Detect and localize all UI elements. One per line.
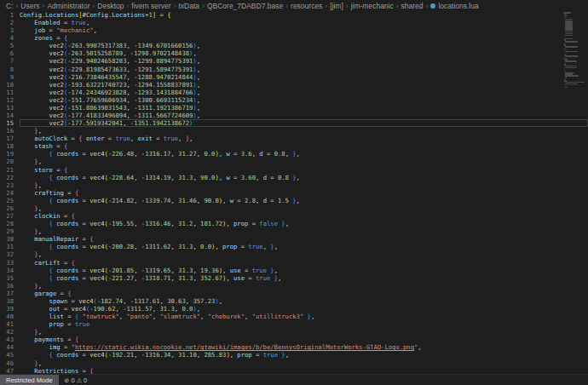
code-line[interactable]: 19 { coords = vec4(-226.48, -1316.17, 31… — [0, 150, 588, 158]
code-line[interactable]: 25 { coords = vec4(-214.82, -1339.74, 31… — [0, 197, 588, 204]
code-line[interactable]: 14 vec2(-177.41833496094, -1311.56677246… — [0, 112, 588, 119]
line-number[interactable]: 22 — [0, 174, 20, 181]
breadcrumb-item[interactable]: locations.lua — [438, 2, 478, 10]
line-number[interactable]: 11 — [0, 89, 20, 96]
code-line[interactable]: 29 }, — [0, 227, 588, 235]
code-line[interactable]: 26 }, — [0, 204, 588, 212]
code-line[interactable]: 24 crafting = { — [0, 189, 588, 197]
code-line[interactable]: 34 { coords = vec4(-201.85, -1319.65, 31… — [0, 267, 588, 274]
breadcrumb-item[interactable]: QBCore_7DABD7.base — [207, 2, 283, 10]
line-number[interactable]: 38 — [0, 297, 20, 305]
line-number[interactable]: 1 — [0, 11, 20, 19]
code-line[interactable]: 37 garage = { — [0, 290, 588, 297]
minimap[interactable] — [563, 12, 585, 89]
code-line[interactable]: 38 spawn = vec4(-182.74, -1317.61, 30.63… — [0, 297, 588, 305]
line-number[interactable]: 33 — [0, 259, 20, 267]
breadcrumb-item[interactable]: resources — [291, 2, 322, 10]
restricted-mode-badge[interactable]: Restricted Mode — [0, 375, 59, 385]
code-line[interactable]: 36 }, — [0, 282, 588, 290]
line-number[interactable]: 21 — [0, 166, 20, 174]
code-line[interactable]: 32 }, — [0, 250, 588, 258]
line-number[interactable]: 6 — [0, 49, 20, 57]
code-line[interactable]: 8 vec2(-229.81985473633, -1291.589477539… — [0, 66, 588, 73]
breadcrumb-item[interactable]: fivem server — [131, 2, 170, 10]
line-number[interactable]: 25 — [0, 197, 20, 204]
line-number[interactable]: 13 — [0, 104, 20, 112]
problems-button[interactable]: ⊘ 0 ⚠ 0 — [65, 375, 88, 385]
code-line[interactable]: 2 Enabled = true, — [0, 19, 588, 26]
code-line[interactable]: 20 }, — [0, 158, 588, 165]
code-line[interactable]: 23 }, — [0, 181, 588, 189]
line-number[interactable]: 3 — [0, 26, 20, 34]
code-line[interactable]: 3 job = "mechanic", — [0, 26, 588, 34]
line-number[interactable]: 31 — [0, 243, 20, 250]
code-line[interactable]: 6 vec2(-263.5015258789, -1298.9702148438… — [0, 49, 588, 57]
code-line[interactable]: 7 vec2(-229.94024658203, -1299.089477539… — [0, 57, 588, 65]
code-line[interactable]: 12 vec2(-151.77659606934, -1300.66931152… — [0, 96, 588, 104]
line-number[interactable]: 26 — [0, 204, 20, 212]
code-line[interactable]: 46 }, — [0, 359, 588, 367]
line-number[interactable]: 20 — [0, 158, 20, 165]
code-line[interactable]: 10 vec2(-193.63221740723, -1294.15588378… — [0, 81, 588, 89]
code-line[interactable]: 35 { coords = vec4(-221.27, -1318.71, 31… — [0, 274, 588, 282]
code-line[interactable]: 11 vec2(-174.24346923828, -1293.14318847… — [0, 89, 588, 96]
code-line[interactable]: 27 clockin = { — [0, 212, 588, 220]
line-number[interactable]: 42 — [0, 328, 20, 336]
code-line[interactable]: 9 vec2(-216.73846435547, -1288.947021484… — [0, 73, 588, 81]
line-number[interactable]: 45 — [0, 351, 20, 359]
line-number[interactable]: 8 — [0, 66, 20, 73]
breadcrumb-item[interactable]: txData — [178, 2, 199, 10]
line-number[interactable]: 15 — [0, 119, 20, 127]
line-number[interactable]: 18 — [0, 142, 20, 150]
line-number[interactable]: 30 — [0, 235, 20, 243]
line-number[interactable]: 19 — [0, 150, 20, 158]
code-line[interactable]: 45 { coords = vec4(-192.21, -1316.34, 31… — [0, 351, 588, 359]
line-number[interactable]: 5 — [0, 42, 20, 49]
line-number[interactable]: 10 — [0, 81, 20, 89]
line-number[interactable]: 41 — [0, 320, 20, 328]
code-line[interactable]: 44 img = "https://static.wikia.nocookie.… — [0, 343, 588, 351]
line-number[interactable]: 43 — [0, 336, 20, 343]
code-line[interactable]: 40 list = { "towtruck", "panto", "slamtr… — [0, 313, 588, 320]
line-number[interactable]: 24 — [0, 189, 20, 197]
code-line[interactable]: 33 carLift = { — [0, 259, 588, 267]
line-number[interactable]: 39 — [0, 305, 20, 313]
breadcrumb-item[interactable]: C: — [6, 2, 14, 10]
line-number[interactable]: 4 — [0, 34, 20, 42]
line-number[interactable]: 36 — [0, 282, 20, 290]
line-number[interactable]: 23 — [0, 181, 20, 189]
code-line[interactable]: 5 vec2(-263.99075317383, -1349.670166015… — [0, 42, 588, 49]
code-line[interactable]: 28 { coords = vec4(-195.55, -1316.46, 31… — [0, 220, 588, 227]
code-line[interactable]: 16 }, — [0, 127, 588, 135]
code-line[interactable]: 21 store = { — [0, 166, 588, 174]
code-line[interactable]: 4 zones = { — [0, 34, 588, 42]
code-line[interactable]: 42 }, — [0, 328, 588, 336]
line-number[interactable]: 32 — [0, 250, 20, 258]
code-line[interactable]: 22 { coords = vec4(-228.64, -1314.19, 31… — [0, 174, 588, 181]
line-number[interactable]: 27 — [0, 212, 20, 220]
breadcrumb-item[interactable]: [jim] — [330, 2, 343, 10]
line-number[interactable]: 29 — [0, 227, 20, 235]
line-number[interactable]: 12 — [0, 96, 20, 104]
line-number[interactable]: 37 — [0, 290, 20, 297]
code-line[interactable]: 41 prop = true — [0, 320, 588, 328]
code-line[interactable]: 13 vec2(-151.88639831543, -1311.19213867… — [0, 104, 588, 112]
line-number[interactable]: 46 — [0, 359, 20, 367]
code-line[interactable]: 31 { coords = vec4(-200.28, -1311.62, 31… — [0, 243, 588, 250]
code-line[interactable]: 15 vec2(-177.5919342041, -1351.194213867… — [0, 119, 588, 127]
line-number[interactable]: 17 — [0, 135, 20, 142]
line-number[interactable]: 40 — [0, 313, 20, 320]
line-number[interactable]: 16 — [0, 127, 20, 135]
breadcrumb-item[interactable]: jim-mechanic — [351, 2, 394, 10]
line-number[interactable]: 2 — [0, 19, 20, 26]
code-line[interactable]: 43 payments = { — [0, 336, 588, 343]
code-line[interactable]: 39 out = vec4(-190.62, -1311.57, 31.3, 0… — [0, 305, 588, 313]
line-number[interactable]: 14 — [0, 112, 20, 119]
breadcrumb-item[interactable]: Desktop — [97, 2, 124, 10]
breadcrumb-item[interactable]: shared — [401, 2, 424, 10]
code-line[interactable]: 1Config.Locations[#Config.Locations+1] =… — [0, 11, 588, 19]
line-number[interactable]: 35 — [0, 274, 20, 282]
code-line[interactable]: 17 autoClock = { enter = true, exit = tr… — [0, 135, 588, 142]
breadcrumb-item[interactable]: Users — [20, 2, 39, 10]
line-number[interactable]: 7 — [0, 57, 20, 65]
